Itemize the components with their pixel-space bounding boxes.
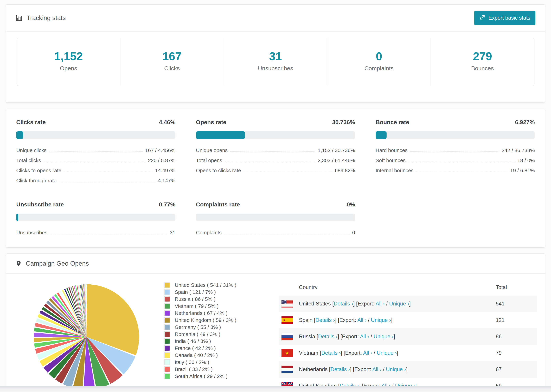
export-unique-link[interactable]: Unique ›: [389, 301, 409, 307]
details-link[interactable]: Details ›: [316, 317, 335, 323]
rate-rows: Complaints 0: [196, 228, 355, 238]
rate-row: Unsubscribes 31: [16, 228, 175, 238]
export-unique-link[interactable]: Unique ›: [374, 334, 394, 339]
legend-item: Russia ( 86 / 5% ): [164, 295, 276, 302]
country-total: 86: [496, 328, 537, 345]
dotted-leader: [59, 182, 155, 182]
legend-label: Brazil ( 33 / 2% ): [175, 366, 213, 372]
stat-value: 167: [120, 50, 224, 62]
stat-card: 0 Complaints: [327, 38, 431, 86]
legend-label: India ( 46 / 3% ): [175, 338, 211, 344]
column-header-country: Country: [279, 278, 496, 295]
details-link[interactable]: Details ›: [321, 350, 341, 356]
export-all-link[interactable]: All ›: [360, 334, 369, 339]
dotted-leader: [43, 162, 146, 162]
page-bottom-band: [0, 386, 551, 392]
bar-chart-icon: [15, 14, 22, 21]
campaign-geo-opens-card: Campaign Geo Opens United States ( 541 /…: [6, 253, 545, 392]
details-link[interactable]: Details ›: [330, 366, 350, 372]
country-total: 121: [496, 312, 537, 328]
rate-title: Unsubscribe rate: [16, 201, 64, 208]
country-cell-text: Russia [Details ›] [Export: All › / Uniq…: [299, 334, 395, 340]
geo-header: Campaign Geo Opens: [6, 254, 545, 273]
legend-label: Netherlands ( 67 / 4% ): [175, 310, 227, 316]
rate-row-value: 2,303 / 61.446%: [318, 158, 355, 163]
rate-panel: Clicks rate 4.46% Unique clicks 167 / 4.…: [16, 116, 175, 186]
column-header-total: Total: [496, 278, 537, 295]
rate-row-label: Unique clicks: [16, 147, 47, 153]
details-link[interactable]: Details ›: [334, 301, 353, 307]
rate-percent: 30.736%: [332, 119, 355, 126]
rate-row-label: Clicks to opens rate: [16, 168, 61, 173]
rate-percent: 0%: [347, 201, 355, 208]
rate-title: Bounce rate: [376, 119, 409, 126]
rate-percent: 0.77%: [159, 201, 175, 208]
stat-label: Opens: [17, 65, 120, 72]
country-total: 541: [496, 295, 537, 312]
legend-color-swatch: [164, 352, 170, 358]
rate-row: Hard bounces 242 / 86.738%: [376, 145, 535, 155]
geo-legend: United States ( 541 / 31% ) Spain ( 121 …: [164, 281, 276, 380]
stat-card: 167 Clicks: [120, 38, 224, 86]
progress-track: [16, 131, 175, 139]
export-all-link[interactable]: All ›: [376, 301, 385, 307]
export-all-link[interactable]: All ›: [357, 317, 366, 323]
rate-row-label: Opens to clicks rate: [196, 168, 241, 173]
rate-row-value: 0: [352, 230, 355, 236]
legend-item: South Africa ( 29 / 2% ): [164, 373, 276, 380]
legend-color-swatch: [164, 324, 170, 330]
rate-panel-header: Bounce rate 6.927%: [376, 119, 535, 126]
progress-track: [376, 131, 535, 139]
stat-value: 279: [431, 50, 534, 62]
rate-rows: Unsubscribes 31: [16, 228, 175, 238]
export-all-link[interactable]: All ›: [363, 350, 372, 356]
progress-fill: [16, 131, 23, 139]
rate-row: Unique clicks 167 / 4.456%: [16, 145, 175, 155]
legend-label: Italy ( 36 / 2% ): [175, 359, 209, 365]
export-unique-link[interactable]: Unique ›: [371, 317, 391, 323]
dotted-leader: [50, 234, 167, 234]
table-row: Vietnam [Details ›] [Export: All › / Uni…: [279, 345, 537, 361]
country-total: 67: [496, 361, 537, 378]
table-row: Russia [Details ›] [Export: All › / Uniq…: [279, 328, 537, 345]
legend-label: South Africa ( 29 / 2% ): [175, 373, 227, 379]
country-flag-icon: [282, 349, 293, 357]
stat-label: Clicks: [120, 65, 224, 72]
export-basic-stats-button[interactable]: Export basic stats: [474, 11, 536, 25]
export-unique-link[interactable]: Unique ›: [377, 350, 397, 356]
rate-row-value: 31: [170, 230, 175, 236]
country-flag-icon: [282, 366, 293, 373]
legend-item: Germany ( 55 / 3% ): [164, 324, 276, 331]
dotted-leader: [416, 172, 508, 172]
rate-row: Soft bounces 18 / 0%: [376, 155, 535, 166]
rate-row-label: Soft bounces: [376, 158, 406, 163]
country-total: 79: [496, 345, 537, 361]
rate-row: Total opens 2,303 / 61.446%: [196, 155, 355, 166]
legend-item: France ( 42 / 2% ): [164, 345, 276, 352]
legend-color-swatch: [164, 289, 170, 295]
rate-row: Internal bounces 19 / 6.81%: [376, 166, 535, 176]
rate-row: Opens to clicks rate 689.82%: [196, 166, 355, 176]
rate-row: Total clicks 220 / 5.87%: [16, 155, 175, 166]
table-row: United States [Details ›] [Export: All ›…: [279, 295, 537, 312]
legend-item: Vietnam ( 79 / 5% ): [164, 302, 276, 309]
legend-item: United States ( 541 / 31% ): [164, 281, 276, 288]
rate-row: Complaints 0: [196, 228, 355, 238]
stat-value: 31: [224, 50, 327, 62]
export-all-link[interactable]: All ›: [372, 366, 381, 372]
legend-color-swatch: [164, 373, 170, 379]
legend-color-swatch: [164, 345, 170, 351]
legend-item: India ( 46 / 3% ): [164, 338, 276, 345]
rate-panel: Opens rate 30.736% Unique opens 1,152 / …: [196, 116, 355, 186]
legend-label: Vietnam ( 79 / 5% ): [175, 303, 219, 309]
export-unique-link[interactable]: Unique ›: [386, 366, 406, 372]
legend-color-swatch: [164, 296, 170, 302]
table-row: Netherlands [Details ›] [Export: All › /…: [279, 361, 537, 378]
rate-panel-header: Unsubscribe rate 0.77%: [16, 201, 175, 208]
rate-row-label: Click through rate: [16, 178, 57, 183]
geo-body: United States ( 541 / 31% ) Spain ( 121 …: [6, 274, 545, 392]
legend-color-swatch: [164, 338, 170, 344]
progress-fill: [16, 214, 18, 221]
details-link[interactable]: Details ›: [318, 334, 338, 339]
legend-color-swatch: [164, 317, 170, 323]
